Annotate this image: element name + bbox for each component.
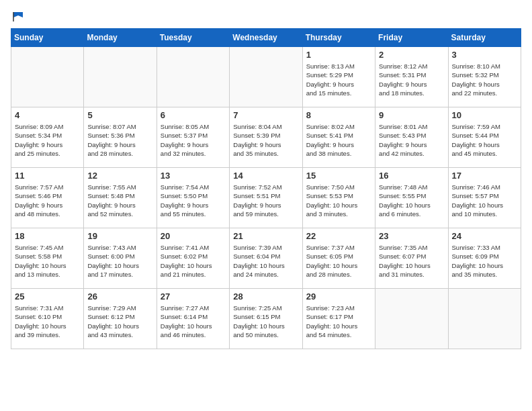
calendar-cell: 17Sunrise: 7:46 AMSunset: 5:57 PMDayligh… [448, 168, 521, 228]
day-number: 7 [233, 110, 298, 120]
day-info: Sunrise: 8:01 AMSunset: 5:43 PMDaylight:… [379, 122, 444, 158]
day-info: Sunrise: 7:31 AMSunset: 6:10 PMDaylight:… [15, 304, 80, 339]
logo [11, 11, 24, 20]
day-info: Sunrise: 7:29 AMSunset: 6:12 PMDaylight:… [87, 304, 152, 339]
day-number: 9 [379, 110, 444, 120]
day-info: Sunrise: 7:52 AMSunset: 5:51 PMDaylight:… [233, 183, 298, 218]
day-info: Sunrise: 8:05 AMSunset: 5:37 PMDaylight:… [161, 122, 226, 158]
week-row-3: 18Sunrise: 7:45 AMSunset: 5:58 PMDayligh… [11, 228, 521, 289]
header-saturday: Saturday [448, 29, 521, 47]
day-number: 8 [306, 110, 371, 120]
day-info: Sunrise: 7:59 AMSunset: 5:44 PMDaylight:… [452, 122, 517, 158]
svg-marker-0 [13, 12, 23, 17]
header-tuesday: Tuesday [157, 29, 229, 47]
day-info: Sunrise: 8:12 AMSunset: 5:31 PMDaylight:… [379, 62, 444, 97]
calendar-cell: 24Sunrise: 7:33 AMSunset: 6:09 PMDayligh… [448, 228, 521, 289]
calendar-cell: 3Sunrise: 8:10 AMSunset: 5:32 PMDaylight… [448, 47, 521, 107]
calendar-cell: 22Sunrise: 7:37 AMSunset: 6:05 PMDayligh… [302, 228, 375, 289]
day-info: Sunrise: 7:48 AMSunset: 5:55 PMDaylight:… [379, 183, 444, 218]
calendar-cell: 9Sunrise: 8:01 AMSunset: 5:43 PMDaylight… [375, 107, 448, 168]
header-wednesday: Wednesday [230, 29, 302, 47]
day-number: 16 [379, 171, 444, 181]
header-monday: Monday [84, 29, 157, 47]
day-number: 4 [15, 110, 80, 120]
day-number: 12 [87, 171, 152, 181]
day-number: 19 [87, 231, 152, 241]
day-info: Sunrise: 7:35 AMSunset: 6:07 PMDaylight:… [379, 243, 444, 279]
calendar-cell: 5Sunrise: 8:07 AMSunset: 5:36 PMDaylight… [84, 107, 157, 168]
week-row-1: 4Sunrise: 8:09 AMSunset: 5:34 PMDaylight… [11, 107, 521, 168]
week-row-2: 11Sunrise: 7:57 AMSunset: 5:46 PMDayligh… [11, 168, 521, 228]
day-number: 1 [306, 50, 371, 60]
calendar-cell: 1Sunrise: 8:13 AMSunset: 5:29 PMDaylight… [302, 47, 375, 107]
calendar-cell: 27Sunrise: 7:27 AMSunset: 6:14 PMDayligh… [157, 289, 229, 349]
day-number: 5 [87, 110, 152, 120]
day-number: 3 [452, 50, 517, 60]
calendar-cell: 20Sunrise: 7:41 AMSunset: 6:02 PMDayligh… [157, 228, 229, 289]
calendar-cell: 28Sunrise: 7:25 AMSunset: 6:15 PMDayligh… [230, 289, 302, 349]
day-info: Sunrise: 7:50 AMSunset: 5:53 PMDaylight:… [306, 183, 371, 218]
day-info: Sunrise: 8:10 AMSunset: 5:32 PMDaylight:… [452, 62, 517, 97]
day-number: 11 [15, 171, 80, 181]
day-number: 25 [15, 291, 80, 302]
day-info: Sunrise: 8:09 AMSunset: 5:34 PMDaylight:… [15, 122, 80, 158]
day-info: Sunrise: 7:41 AMSunset: 6:02 PMDaylight:… [161, 243, 226, 279]
day-info: Sunrise: 7:57 AMSunset: 5:46 PMDaylight:… [15, 183, 80, 218]
day-number: 22 [306, 231, 371, 241]
logo-flag-icon [12, 11, 24, 23]
calendar-cell: 2Sunrise: 8:12 AMSunset: 5:31 PMDaylight… [375, 47, 448, 107]
calendar-cell: 14Sunrise: 7:52 AMSunset: 5:51 PMDayligh… [230, 168, 302, 228]
calendar-cell [84, 47, 157, 107]
day-number: 14 [233, 171, 298, 181]
calendar-cell: 19Sunrise: 7:43 AMSunset: 6:00 PMDayligh… [84, 228, 157, 289]
calendar-cell [157, 47, 229, 107]
day-number: 27 [161, 291, 226, 302]
day-number: 15 [306, 171, 371, 181]
calendar-cell: 16Sunrise: 7:48 AMSunset: 5:55 PMDayligh… [375, 168, 448, 228]
calendar-cell: 25Sunrise: 7:31 AMSunset: 6:10 PMDayligh… [11, 289, 84, 349]
day-info: Sunrise: 7:39 AMSunset: 6:04 PMDaylight:… [233, 243, 298, 279]
week-row-0: 1Sunrise: 8:13 AMSunset: 5:29 PMDaylight… [11, 47, 521, 107]
day-number: 17 [452, 171, 517, 181]
day-number: 23 [379, 231, 444, 241]
day-number: 2 [379, 50, 444, 60]
day-number: 10 [452, 110, 517, 120]
calendar-cell [375, 289, 448, 349]
day-info: Sunrise: 8:07 AMSunset: 5:36 PMDaylight:… [87, 122, 152, 158]
day-info: Sunrise: 7:27 AMSunset: 6:14 PMDaylight:… [161, 304, 226, 339]
day-info: Sunrise: 8:04 AMSunset: 5:39 PMDaylight:… [233, 122, 298, 158]
calendar-cell: 6Sunrise: 8:05 AMSunset: 5:37 PMDaylight… [157, 107, 229, 168]
day-number: 28 [233, 291, 298, 302]
calendar-cell: 26Sunrise: 7:29 AMSunset: 6:12 PMDayligh… [84, 289, 157, 349]
day-info: Sunrise: 8:02 AMSunset: 5:41 PMDaylight:… [306, 122, 371, 158]
day-number: 20 [161, 231, 226, 241]
calendar-cell: 29Sunrise: 7:23 AMSunset: 6:17 PMDayligh… [302, 289, 375, 349]
day-number: 13 [161, 171, 226, 181]
header-thursday: Thursday [302, 29, 375, 47]
day-info: Sunrise: 7:23 AMSunset: 6:17 PMDaylight:… [306, 304, 371, 339]
day-number: 26 [87, 291, 152, 302]
calendar-table: SundayMondayTuesdayWednesdayThursdayFrid… [11, 28, 521, 349]
calendar-body: 1Sunrise: 8:13 AMSunset: 5:29 PMDaylight… [11, 47, 521, 349]
calendar-cell: 10Sunrise: 7:59 AMSunset: 5:44 PMDayligh… [448, 107, 521, 168]
calendar-cell: 13Sunrise: 7:54 AMSunset: 5:50 PMDayligh… [157, 168, 229, 228]
calendar-header-row: SundayMondayTuesdayWednesdayThursdayFrid… [11, 29, 521, 47]
day-number: 29 [306, 291, 371, 302]
day-info: Sunrise: 7:37 AMSunset: 6:05 PMDaylight:… [306, 243, 371, 279]
day-info: Sunrise: 7:54 AMSunset: 5:50 PMDaylight:… [161, 183, 226, 218]
calendar-cell: 12Sunrise: 7:55 AMSunset: 5:48 PMDayligh… [84, 168, 157, 228]
calendar-cell: 18Sunrise: 7:45 AMSunset: 5:58 PMDayligh… [11, 228, 84, 289]
day-info: Sunrise: 7:43 AMSunset: 6:00 PMDaylight:… [87, 243, 152, 279]
calendar-cell [230, 47, 302, 107]
page-header [11, 11, 521, 20]
calendar-cell: 8Sunrise: 8:02 AMSunset: 5:41 PMDaylight… [302, 107, 375, 168]
calendar-cell: 23Sunrise: 7:35 AMSunset: 6:07 PMDayligh… [375, 228, 448, 289]
header-friday: Friday [375, 29, 448, 47]
calendar-cell: 11Sunrise: 7:57 AMSunset: 5:46 PMDayligh… [11, 168, 84, 228]
day-info: Sunrise: 7:45 AMSunset: 5:58 PMDaylight:… [15, 243, 80, 279]
day-info: Sunrise: 7:46 AMSunset: 5:57 PMDaylight:… [452, 183, 517, 218]
calendar-cell [448, 289, 521, 349]
calendar-cell: 7Sunrise: 8:04 AMSunset: 5:39 PMDaylight… [230, 107, 302, 168]
day-info: Sunrise: 7:33 AMSunset: 6:09 PMDaylight:… [452, 243, 517, 279]
day-info: Sunrise: 7:55 AMSunset: 5:48 PMDaylight:… [87, 183, 152, 218]
